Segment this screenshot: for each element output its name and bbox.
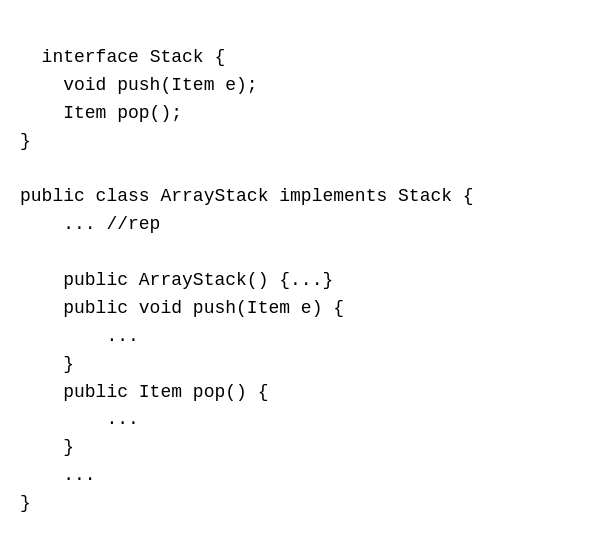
code-line-1: interface Stack { void push(Item e); Ite…	[20, 47, 474, 513]
code-block: interface Stack { void push(Item e); Ite…	[0, 0, 613, 539]
